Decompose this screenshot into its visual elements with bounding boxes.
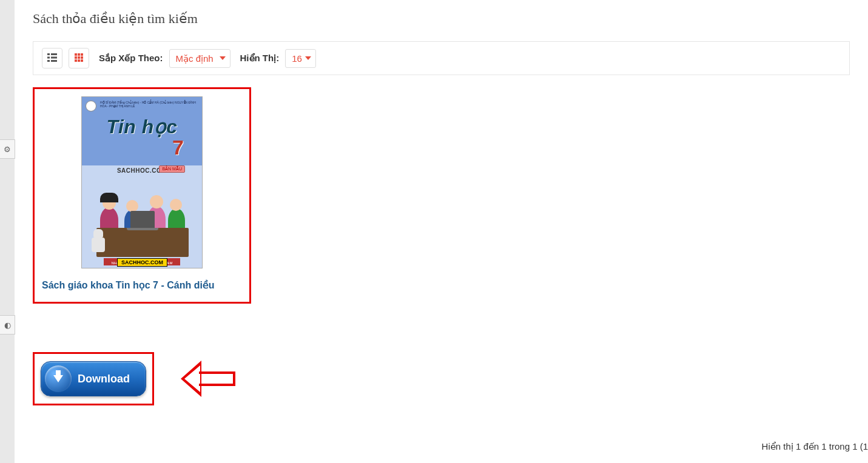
grid-icon — [75, 53, 83, 64]
svg-rect-8 — [81, 53, 83, 56]
sort-label: Sắp Xếp Theo: — [99, 53, 163, 64]
cover-badge: BẢN MẪU — [159, 165, 185, 173]
page: ⚙ ◐ Sách thỏa điều kiện tìm kiếm Sắp Xếp… — [0, 0, 868, 463]
show-select[interactable]: 16 — [285, 49, 316, 68]
download-button[interactable]: Download — [41, 361, 146, 396]
gear-icon: ⚙ — [4, 145, 11, 154]
download-zone: Download — [33, 352, 850, 405]
product-title[interactable]: Sách giáo khoa Tin học 7 - Cánh diều — [42, 279, 242, 291]
main-content: Sách thỏa điều kiện tìm kiếm Sắp Xếp The… — [15, 0, 868, 463]
book-cover: HỒ SĨ ĐÀM (Tổng Chủ biên) - HỒ CẨM HÀ (C… — [81, 96, 203, 268]
cover-title: Tin học — [82, 115, 202, 138]
svg-rect-0 — [47, 53, 50, 55]
show-label: Hiển Thị: — [240, 53, 280, 64]
svg-rect-12 — [75, 59, 77, 62]
download-label: Download — [78, 373, 130, 385]
svg-rect-10 — [78, 56, 80, 59]
view-grid-button[interactable] — [69, 48, 89, 68]
publisher-logo-icon — [86, 101, 96, 112]
cover-watermark: SACHHOC.COM — [117, 258, 167, 267]
svg-rect-11 — [81, 56, 83, 59]
side-tool-settings[interactable]: ⚙ — [0, 139, 15, 159]
svg-rect-2 — [47, 56, 50, 58]
cover-grade: 7 — [172, 136, 184, 159]
svg-rect-7 — [78, 53, 80, 56]
svg-rect-6 — [75, 53, 77, 56]
product-card[interactable]: HỒ SĨ ĐÀM (Tổng Chủ biên) - HỒ CẨM HÀ (C… — [33, 87, 251, 304]
cover-illustration: NHÀ XUẤT BẢN ĐẠI HỌC SƯ PHẠM — [82, 177, 202, 268]
view-list-button[interactable] — [42, 48, 62, 68]
side-rail: ⚙ ◐ — [0, 0, 15, 463]
annotation-arrow-icon — [178, 361, 235, 397]
sort-select[interactable]: Mặc định — [169, 49, 230, 68]
svg-rect-3 — [51, 56, 57, 58]
svg-rect-5 — [51, 60, 57, 62]
cover-wrap: HỒ SĨ ĐÀM (Tổng Chủ biên) - HỒ CẨM HÀ (C… — [42, 96, 242, 268]
list-icon — [47, 53, 57, 64]
download-arrow-icon — [45, 365, 72, 392]
results-toolbar: Sắp Xếp Theo: Mặc định Hiển Thị: 16 — [33, 41, 850, 75]
side-tool-theme[interactable]: ◐ — [0, 315, 15, 335]
pagination-text: Hiển thị 1 đến 1 trong 1 (1 — [762, 441, 868, 452]
svg-rect-9 — [75, 56, 77, 59]
contrast-icon: ◐ — [4, 321, 11, 330]
results-heading: Sách thỏa điều kiện tìm kiếm — [33, 11, 850, 27]
svg-rect-14 — [81, 59, 83, 62]
cover-credits: HỒ SĨ ĐÀM (Tổng Chủ biên) - HỒ CẨM HÀ (C… — [100, 101, 198, 108]
svg-rect-13 — [78, 59, 80, 62]
svg-rect-4 — [47, 60, 50, 62]
svg-rect-1 — [51, 53, 57, 55]
download-highlight-box: Download — [33, 352, 154, 405]
